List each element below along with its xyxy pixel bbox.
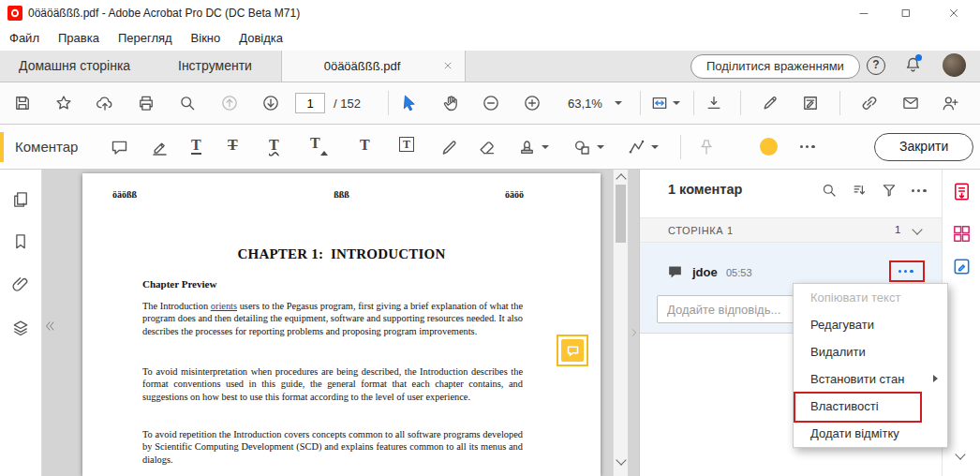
sort-comments-icon[interactable] [851, 182, 868, 199]
highlight-tool[interactable] [147, 135, 171, 159]
collapse-rail-icon[interactable] [955, 449, 965, 459]
comment-accent-bar [0, 132, 4, 162]
invite-people-button[interactable] [938, 91, 962, 115]
comment-search-icon[interactable] [821, 182, 838, 199]
collapse-panel-icon[interactable] [630, 327, 639, 338]
edit-pdf-icon[interactable] [951, 256, 973, 277]
previous-page-button[interactable] [217, 91, 242, 115]
close-button[interactable] [937, 0, 971, 26]
underline-text-tool[interactable]: T [191, 138, 201, 155]
squiggly-underline-tool[interactable]: T [269, 138, 279, 153]
hand-tool-button[interactable] [438, 91, 463, 115]
sticky-note-tool[interactable] [107, 135, 131, 159]
star-favorite-button[interactable] [52, 91, 76, 115]
stamp-tool[interactable] [514, 135, 539, 159]
strikethrough-text-tool[interactable]: T [228, 138, 238, 153]
attachments-icon[interactable] [11, 275, 30, 294]
tab-tools[interactable]: Інструменти [178, 58, 252, 73]
menu-item-file[interactable]: Файл [0, 26, 49, 51]
tab-home[interactable]: Домашня сторінка [19, 58, 130, 73]
maximize-button[interactable] [889, 0, 923, 26]
share-link-button[interactable] [857, 91, 882, 115]
cloud-upload-button[interactable] [93, 91, 117, 115]
text-box-tool[interactable]: T [399, 137, 414, 152]
toolbar-separator [640, 91, 641, 115]
filter-comments-icon[interactable] [881, 182, 898, 199]
next-page-button[interactable] [259, 91, 283, 115]
tab-close-icon[interactable] [443, 61, 453, 70]
minimize-button[interactable] [847, 0, 881, 26]
more-tools-icon[interactable] [798, 145, 816, 148]
export-pdf-icon[interactable] [951, 181, 973, 202]
paragraph-1: The Introduction orients users to the Pe… [142, 300, 523, 337]
section-collapse-icon[interactable] [912, 224, 922, 234]
scrollbar-thumb[interactable] [616, 185, 626, 243]
menu-item-set-status[interactable]: Встановити стан [794, 365, 947, 393]
fit-width-dropdown-icon[interactable] [673, 101, 680, 105]
page-thumbnails-icon[interactable] [11, 190, 30, 209]
select-tool-button[interactable] [397, 91, 422, 115]
paragraph-1-text: The Introduction [142, 301, 211, 311]
page-number-input[interactable] [295, 93, 325, 113]
toolbar-separator [740, 91, 741, 115]
scroll-down-icon[interactable] [616, 454, 626, 465]
menu-item-edit[interactable]: Правка [49, 26, 109, 51]
organize-pages-icon[interactable] [951, 223, 973, 245]
notification-dot [915, 54, 922, 61]
toolbar-separator [693, 91, 694, 115]
notification-bell-icon[interactable] [903, 55, 923, 75]
stamp-dropdown-icon[interactable] [542, 145, 549, 149]
color-swatch-button[interactable] [760, 138, 778, 156]
page-scrolling-button[interactable] [702, 91, 726, 115]
eraser-tool[interactable] [474, 135, 498, 159]
menu-item-view[interactable]: Перегляд [109, 26, 182, 51]
shapes-dropdown-icon[interactable] [597, 145, 604, 149]
main-area: öäößß ßßß öäöö CHAPTER 1: INTRODUCTION C… [0, 170, 980, 476]
sticky-note-annotation[interactable] [557, 335, 588, 366]
save-button[interactable] [10, 91, 35, 115]
zoom-dropdown-icon[interactable] [615, 101, 622, 105]
tab-document[interactable]: 0öäöäßßß.pdf [281, 51, 466, 82]
zoom-in-button[interactable] [520, 91, 544, 115]
shapes-tool[interactable] [570, 135, 594, 159]
submenu-arrow-icon [933, 375, 938, 382]
drawing-tool[interactable] [624, 135, 648, 159]
scroll-up-icon[interactable] [616, 173, 626, 184]
page-section-bar[interactable]: СТОРІНКА 1 1 [640, 217, 942, 243]
bookmarks-icon[interactable] [11, 232, 30, 251]
menu-item-edit[interactable]: Редагувати [794, 311, 947, 338]
comment-context-menu: Копіювати текст Редагувати Видалити Вста… [793, 283, 948, 448]
pencil-tool[interactable] [437, 135, 461, 159]
print-button[interactable] [134, 91, 158, 115]
annotation-highlight-options [889, 260, 925, 282]
insert-text-tool[interactable]: T [310, 136, 328, 151]
menu-item-add-checkmark[interactable]: Додати відмітку [794, 420, 947, 447]
chapter-title: CHAPTER 1: INTRODUCTION [82, 246, 601, 262]
drawing-dropdown-icon[interactable] [651, 145, 659, 149]
zoom-out-button[interactable] [479, 91, 503, 115]
fit-width-button[interactable] [647, 91, 672, 115]
comments-options-icon[interactable] [910, 189, 928, 192]
menu-item-delete[interactable]: Видалити [794, 338, 947, 365]
menu-item-help[interactable]: Довідка [230, 26, 292, 51]
avatar[interactable] [943, 53, 966, 77]
annotation-highlight-properties [794, 392, 922, 423]
menu-item-set-status-label: Встановити стан [810, 372, 904, 386]
share-feedback-button[interactable]: Поділитися враженнями [690, 54, 860, 79]
sign-pen-button[interactable] [758, 91, 782, 115]
help-icon[interactable]: ? [867, 56, 885, 75]
send-email-button[interactable] [898, 91, 923, 115]
menu-item-copy-text: Копіювати текст [794, 284, 947, 311]
search-button[interactable] [175, 91, 200, 115]
orients-link[interactable]: orients [211, 301, 237, 311]
zoom-level-value[interactable]: 63,1% [568, 97, 602, 111]
add-text-tool[interactable]: T [360, 138, 370, 153]
fill-sign-button[interactable] [798, 91, 823, 115]
close-comment-button[interactable]: Закрити [874, 133, 973, 161]
collapse-sidebar-icon[interactable] [43, 320, 56, 333]
document-scrollbar[interactable] [613, 170, 628, 476]
menu-item-window[interactable]: Вікно [182, 26, 230, 51]
acrobat-window: 0öäöäßßß.pdf - Adobe Acrobat Pro DC (DC … [0, 0, 980, 476]
keep-tool-pin-icon[interactable] [694, 135, 719, 159]
layers-icon[interactable] [11, 319, 30, 337]
